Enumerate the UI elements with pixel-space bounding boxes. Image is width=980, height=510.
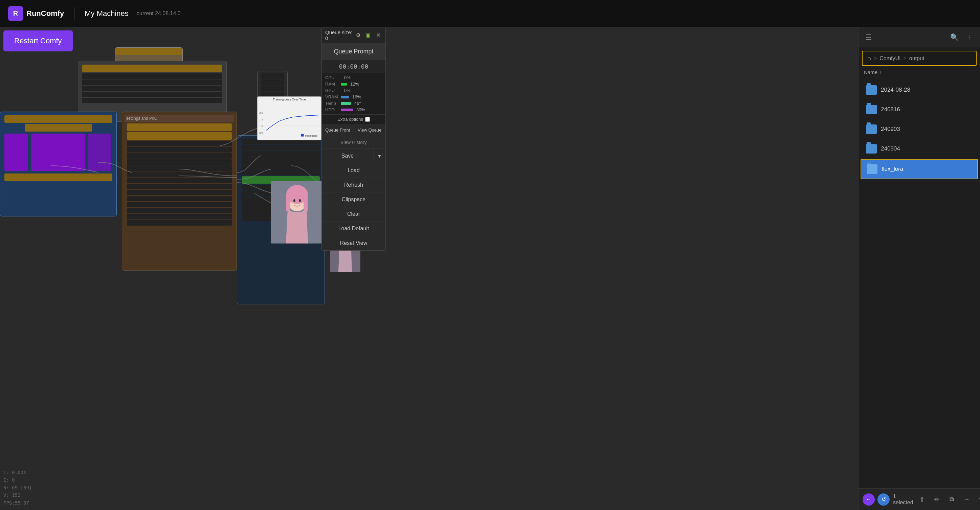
breadcrumb-comfyui[interactable]: ComfyUI [880,56,900,62]
refresh-button[interactable]: Refresh [322,178,385,192]
temp-label: Temp [325,101,339,106]
svg-text:2.0: 2.0 [259,111,263,114]
folder-item-240904[interactable]: 240904 [861,139,978,158]
topbar: R RunComfy My Machines current 24.08.14.… [0,0,980,27]
queue-stats: CPU 0% RAM 12% GPU 0% VRAM 16% Temp 46° … [322,73,385,114]
more-options-icon[interactable]: ⋮ [965,32,975,42]
ram-bar [341,83,347,86]
stat-hdd: HDD 30% [325,106,382,113]
selected-count-label: 1 selected [893,493,913,505]
move-icon[interactable]: → [961,494,972,505]
folder-name: 2024-08-28 [881,87,910,93]
cpu-label: CPU [325,75,339,80]
clipspace-button[interactable]: Clipspace [322,192,385,207]
edit-icon[interactable]: ✏ [932,494,942,505]
folder-item-flux-lora[interactable]: flux_lora [861,159,978,179]
back-arrow-icon[interactable]: ← [862,493,875,505]
queue-header-icons: ⚙ ▣ ✕ [354,32,382,39]
stat-temp: Temp 46° [325,100,382,106]
chart-svg: 2.0 1.5 1.0 0.5 training loss [258,102,321,145]
svg-point-16 [299,199,301,202]
clear-button[interactable]: Clear [322,207,385,221]
breadcrumb-sep-2: > [903,56,906,62]
folder-icon [867,164,877,174]
chart-title: Training Loss Over Time [258,97,321,102]
search-icon[interactable]: 🔍 [950,32,959,42]
hamburger-menu-icon[interactable]: ☰ [864,32,873,42]
load-default-button[interactable]: Load Default [322,221,385,236]
vram-bar [341,96,349,99]
folder-item-2024-08-28[interactable]: 2024-08-28 [861,81,978,99]
view-history-row: View History [322,136,385,148]
queue-panel: Queue size: 0 ⚙ ▣ ✕ Queue Prompt 00:00:0… [321,27,386,251]
column-name-label: Name [864,69,877,75]
svg-point-15 [293,199,296,202]
corner-v: V: 152 [3,491,32,499]
chart-node: Training Loss Over Time 2.0 1.5 1.0 0.5 … [257,96,321,140]
vram-label: VRAM [325,94,339,99]
file-panel-right-icons: 🔍 ⋮ [950,32,975,42]
folder-name: 240903 [881,126,900,133]
ram-val: 12% [350,81,359,87]
ram-label: RAM [325,81,339,87]
gpu-label: GPU [325,88,339,93]
delete-icon[interactable]: 🗑 [976,494,980,505]
svg-text:training loss: training loss [305,135,318,137]
queue-close-icon[interactable]: ✕ [375,32,382,39]
hdd-label: HDD [325,107,339,112]
svg-rect-13 [286,194,290,211]
file-panel-bottom: ← ↺ 1 selected ⇧ ✏ ⧉ → 🗑 [859,488,980,510]
save-row: Save ▼ [322,148,385,163]
image-preview-1 [271,181,323,243]
queue-timer: 00:00:00 [322,60,385,73]
reset-view-button[interactable]: Reset View [322,236,385,250]
copy-icon[interactable]: ⧉ [947,494,957,505]
sort-arrow-icon[interactable]: ↑ [880,70,882,75]
hdd-val: 30% [356,107,365,112]
load-button[interactable]: Load [322,163,385,178]
queue-size-label: Queue size: 0 [325,29,354,41]
breadcrumb-output[interactable]: output [909,56,924,62]
file-panel-topbar: ☰ 🔍 ⋮ [859,27,980,47]
breadcrumb-home-icon[interactable]: ⌂ [867,55,871,62]
logo: R RunComfy [8,6,64,21]
save-button[interactable]: Save [322,149,373,163]
queue-buttons: Queue Front View Queue View History Save… [322,124,385,250]
logo-name: RunComfy [26,9,64,18]
stat-ram: RAM 12% [325,81,382,87]
refresh-icon[interactable]: ↺ [877,493,890,505]
folder-item-240903[interactable]: 240903 [861,120,978,139]
cpu-val: 0% [344,75,351,80]
folder-icon [866,105,877,114]
restart-comfy-button[interactable]: Restart Comfy [3,30,73,51]
folder-name: 240816 [881,106,900,113]
corner-n: N: 69 [69] [3,484,32,491]
file-panel-bottom-actions: ⇧ ✏ ⧉ → 🗑 [917,494,980,505]
queue-front-button[interactable]: Queue Front [322,124,354,136]
svg-text:1.0: 1.0 [259,125,263,128]
gpu-val: 0% [344,88,351,93]
file-panel-left-icons: ☰ [864,32,873,42]
panel-left-blue[interactable] [0,111,117,216]
view-queue-button[interactable]: View Queue [354,124,386,136]
panel-brown-mid[interactable]: settings and PoC [122,111,237,270]
breadcrumb-sep-1: > [874,56,877,62]
corner-t: T: 0.00s [3,469,32,476]
file-browser-panel: ☰ 🔍 ⋮ ⌂ > ComfyUI > output Name ↑ 2024-0… [858,27,980,510]
svg-text:1.5: 1.5 [259,118,263,121]
save-dropdown-button[interactable]: ▼ [373,149,385,163]
folder-item-240816[interactable]: 240816 [861,100,978,119]
queue-prompt-button[interactable]: Queue Prompt [322,43,385,60]
queue-header: Queue size: 0 ⚙ ▣ ✕ [322,27,385,43]
svg-text:0.5: 0.5 [259,132,263,135]
queue-color-icon[interactable]: ▣ [364,32,372,39]
queue-sub-row: Queue Front View Queue [322,124,385,136]
stat-cpu: CPU 0% [325,75,382,81]
share-icon[interactable]: ⇧ [917,494,928,505]
folder-name: 240904 [881,145,900,152]
extra-options-checkbox[interactable] [365,117,370,122]
stat-gpu: GPU 0% [325,87,382,94]
view-history-button[interactable]: View History [322,136,385,148]
corner-fps: FPS:55.87 [3,499,32,507]
queue-settings-icon[interactable]: ⚙ [354,32,362,39]
